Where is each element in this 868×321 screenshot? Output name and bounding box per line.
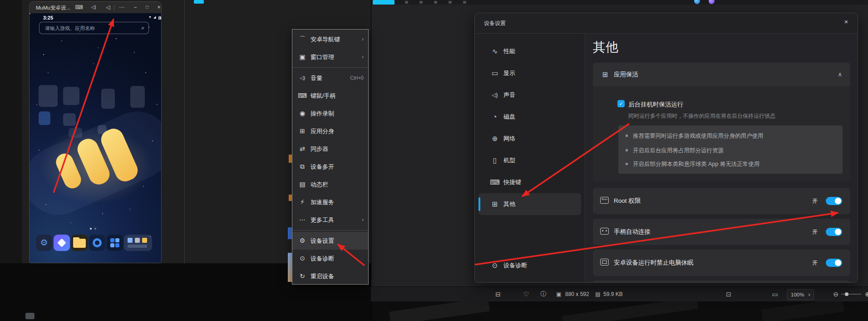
sidebar-item-sound[interactable]: ◁) 声音 [478, 84, 581, 106]
bullet-mark [626, 149, 628, 151]
gamepad-autoconnect-toggle[interactable] [826, 228, 842, 236]
menu-item-android-nav[interactable]: ⌒ 安卓导航键 › [292, 30, 368, 48]
keep-alive-checkbox-label: 后台挂机时保活运行 [628, 100, 684, 109]
chevron-right-icon: › [362, 211, 364, 229]
toolbar-icon[interactable] [463, 1, 466, 4]
dialog-title: 设备设置 [484, 20, 506, 27]
ghost-app-tile [63, 113, 76, 126]
collapse-icon[interactable]: ∧ [838, 63, 842, 86]
sidebar-item-performance[interactable]: ∿ 性能 [478, 40, 581, 62]
close-icon[interactable]: × [841, 17, 851, 27]
menu-item-more-tools[interactable]: ⋯ 更多工具 › [292, 211, 368, 229]
minimize-icon[interactable]: − [131, 3, 139, 11]
android-screen[interactable]: 3:25 ▼ ◢ 请输入游戏、应用名称 ⌕ ⚙ [30, 13, 162, 263]
volume-icon[interactable]: ◁) [89, 3, 98, 11]
toolbar-cutoff-strip [371, 0, 868, 5]
photo-texture [371, 301, 868, 321]
titlebar-separator [114, 5, 114, 10]
toolbar-app-icon-blue[interactable] [694, 0, 700, 4]
note-line: 开启后后台应用将占用部分运行资源 [633, 147, 724, 155]
keep-alive-checkbox[interactable]: ✓ [617, 100, 625, 107]
emulator-context-menu: ⌒ 安卓导航键 › ▣ 窗口管理 › ◁) 音量 Ctrl+0 ⌨ 键鼠/手柄 … [292, 29, 369, 285]
toolbar-icon[interactable] [449, 1, 452, 4]
appmarket-icon [110, 238, 114, 242]
disk-icon: ◔ [490, 106, 500, 128]
zoom-level-value: 100% [791, 290, 804, 300]
favorite-icon[interactable]: ♡ [522, 287, 531, 301]
back-icon[interactable]: ◁ [104, 3, 112, 11]
close-icon[interactable]: × [155, 3, 162, 11]
selected-indicator [478, 197, 480, 211]
menu-item-dynamic-bar[interactable]: ▤ 动态栏 [292, 176, 368, 193]
emulator-title: MuMu安卓设... [36, 5, 70, 11]
toggle-state-label: 开 [812, 219, 818, 245]
prevent-sleep-toggle[interactable] [826, 259, 842, 267]
search-icon[interactable]: ⌕ [141, 25, 144, 31]
sidebar-item-shortcuts[interactable]: ⌨ 快捷键 [478, 171, 581, 193]
dock-store-app[interactable] [54, 235, 70, 251]
menu-item-volume[interactable]: ◁) 音量 Ctrl+0 [292, 69, 368, 87]
menu-item-multi-instance[interactable]: ⧉ 设备多开 [292, 158, 368, 176]
toolbar-blue-button[interactable] [373, 0, 395, 5]
keyboard-icon[interactable]: ⌨ [75, 3, 83, 11]
zoom-level-dropdown[interactable]: 100% ∨ [787, 289, 814, 300]
dock-folder[interactable] [71, 235, 88, 251]
toolbar-icon[interactable] [419, 1, 423, 4]
viewer-statusbar: ⊟ ♡ ⓘ ▣ 880 x 592 ▤ 59.9 KB ⊡ ▭ 100% ∨ ⊖… [371, 286, 868, 301]
dock-widget-cluster[interactable] [124, 235, 152, 251]
page-title-other: 其他 [593, 39, 618, 56]
menu-item-window-manage[interactable]: ▣ 窗口管理 › [292, 48, 368, 66]
ghost-app-tile [69, 128, 82, 138]
toolbar-app-icon-purple[interactable] [709, 0, 715, 4]
fullscreen-icon[interactable]: ▭ [770, 287, 779, 301]
dynamic-bar-icon: ▤ [298, 176, 307, 193]
toolbar-icon[interactable] [405, 1, 408, 4]
sidebar-item-other[interactable]: ⊞ 其他 [478, 193, 581, 215]
sidebar-item-disk[interactable]: ◔ 磁盘 [478, 106, 581, 128]
vertical-divider [184, 0, 185, 263]
window-manage-icon: ▣ [298, 48, 307, 66]
toolbar-icon[interactable] [434, 1, 437, 4]
dock-settings-app[interactable]: ⚙ [36, 235, 52, 251]
menu-item-restart[interactable]: ↻ 重启设备 [292, 267, 368, 285]
emulator-titlebar[interactable]: MuMu安卓设... ⌨ ◁) ◁ ⋯ − □ × [30, 2, 161, 13]
signal-icon: ◢ [153, 15, 156, 19]
ghost-app-tile [63, 87, 79, 105]
zoom-slider-knob[interactable] [845, 292, 848, 296]
zoom-slider[interactable] [841, 294, 861, 295]
fit-to-window-icon[interactable]: ⊡ [724, 287, 733, 301]
bullet-mark [626, 163, 628, 165]
dock-appmarket-app[interactable] [107, 235, 123, 251]
sidebar-item-network[interactable]: ⊕ 网络 [478, 128, 581, 150]
more-menu-icon[interactable]: ⋯ [118, 3, 126, 11]
menu-item-device-settings[interactable]: ⚙ 设备设置 [292, 232, 368, 250]
sidebar-item-model[interactable]: ▯ 机型 [478, 150, 581, 171]
menu-item-device-diagnose[interactable]: ⊙ 设备诊断 [292, 250, 368, 267]
menu-item-keyboard-gamepad[interactable]: ⌨ 键鼠/手柄 [292, 87, 368, 105]
model-icon: ▯ [490, 150, 500, 171]
sound-icon: ◁) [490, 84, 500, 106]
taskbar-fragment [25, 313, 35, 319]
menu-item-sync[interactable]: ⇄ 同步器 [292, 140, 368, 158]
zoom-in-icon[interactable]: ⊕ [863, 287, 868, 301]
sidebar-item-diagnose[interactable]: ⊙ 设备诊断 [478, 255, 581, 276]
page-indicator-dot [94, 228, 96, 230]
chevron-right-icon: › [362, 48, 364, 66]
menu-item-app-clone[interactable]: ⊞ 应用分身 [292, 122, 368, 140]
row-gamepad-autoconnect: 手柄自动连接 开 [593, 219, 850, 245]
keep-alive-section: ⊞ 应用保活 ∧ ✓ 后台挂机时保活运行 同时运行多个应用时，不操作的应用在将在… [593, 63, 850, 182]
bullet-mark [626, 135, 628, 137]
sidebar-item-display[interactable]: ▭ 显示 [478, 62, 581, 84]
device-icon[interactable]: ⊟ [493, 287, 503, 301]
root-permission-toggle[interactable] [826, 197, 842, 205]
zoom-out-icon[interactable]: ⊖ [831, 287, 840, 301]
menu-item-record[interactable]: ◉ 操作录制 [292, 105, 368, 122]
keep-alive-header[interactable]: ⊞ 应用保活 ∧ [593, 63, 850, 86]
menu-item-boost[interactable]: ⚡ 加速服务 [292, 193, 368, 211]
search-input[interactable]: 请输入游戏、应用名称 ⌕ [39, 22, 149, 34]
sidebar-divider [585, 34, 585, 283]
dock-browser-app[interactable] [89, 235, 105, 251]
mini-app-icon [135, 238, 140, 243]
info-icon[interactable]: ⓘ [539, 287, 548, 301]
maximize-icon[interactable]: □ [143, 3, 151, 11]
